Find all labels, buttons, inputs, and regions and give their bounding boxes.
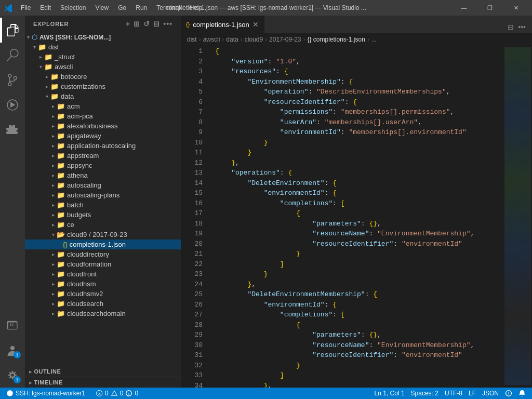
tree-item-application-autoscaling[interactable]: ▸ 📁 application-autoscaling — [25, 141, 181, 151]
tree-item-awscli[interactable]: ▾ 📁 awscli — [25, 62, 181, 72]
tree-label-acm-pca: acm-pca — [67, 112, 93, 120]
spaces-status[interactable]: Spaces: 2 — [409, 390, 441, 397]
errors-count: 0 — [105, 390, 109, 397]
extensions-activity-icon[interactable] — [0, 117, 25, 142]
tree-item-cloudfront[interactable]: ▸ 📁 cloudfront — [25, 269, 181, 279]
tree-item-apigateway[interactable]: ▸ 📁 apigateway — [25, 131, 181, 141]
tree-item-alexaforbusiness[interactable]: ▸ 📁 alexaforbusiness — [25, 121, 181, 131]
tree-item-dist[interactable]: ▾ 📁 dist — [25, 42, 181, 52]
code-line-9: "environmentId": "memberships[].environm… — [207, 127, 503, 138]
more-tabs-icon[interactable]: ••• — [516, 21, 528, 33]
collapse-icon[interactable]: ⊟ — [153, 20, 160, 28]
tree-item-struct[interactable]: ▸ 📁 _struct — [25, 52, 181, 62]
vscode-icon — [4, 4, 12, 12]
tree-label-batch: batch — [67, 201, 84, 209]
position-status[interactable]: Ln 1, Col 1 — [373, 390, 407, 397]
breadcrumb-awscli[interactable]: awscli — [203, 36, 220, 43]
breadcrumb-dist[interactable]: dist — [187, 36, 197, 43]
restore-button[interactable]: ❐ — [478, 0, 502, 16]
breadcrumb-date[interactable]: 2017-09-23 — [269, 36, 301, 43]
code-editor: 12345 678910 1112131415 1617181920 21222… — [181, 45, 532, 388]
line-ending-text: LF — [469, 390, 476, 397]
new-folder-icon[interactable]: ⊞ — [134, 20, 140, 28]
breadcrumb-cloud9[interactable]: cloud9 — [245, 36, 263, 43]
split-editor-icon[interactable]: ⊟ — [506, 21, 516, 33]
code-line-6: "resourceIdentifier": { — [207, 97, 503, 108]
tree-item-acm[interactable]: ▸ 📁 acm — [25, 101, 181, 111]
breadcrumb-sep-5: › — [303, 36, 305, 43]
tree-item-cloud9[interactable]: ▾ 📂 cloud9 / 2017-09-23 — [25, 230, 181, 240]
code-content[interactable]: { "version": "1.0", "resources": { "Envi… — [207, 45, 503, 388]
code-line-23: } — [207, 269, 503, 280]
tree-label-completions-json: completions-1.json — [70, 241, 126, 248]
tab-filename: completions-1.json — [193, 21, 249, 29]
breadcrumb-filename[interactable]: {} completions-1.json — [307, 36, 365, 43]
tree-item-autoscaling-plans[interactable]: ▸ 📁 autoscaling-plans — [25, 190, 181, 200]
language-status[interactable]: JSON — [480, 390, 501, 397]
code-line-2: "version": "1.0", — [207, 57, 503, 67]
breadcrumb-sep-3: › — [241, 36, 243, 43]
breadcrumb: dist › awscli › data › cloud9 › 2017-09-… — [181, 34, 532, 45]
tree-item-customizations[interactable]: ▸ 📁 customizations — [25, 82, 181, 91]
timeline-section: ▸ TIMELINE — [25, 377, 181, 388]
outline-header[interactable]: ▸ OUTLINE — [25, 366, 181, 377]
tree-item-clouddirectory[interactable]: ▸ 📁 clouddirectory — [25, 249, 181, 259]
tree-item-ce[interactable]: ▸ 📁 ce — [25, 220, 181, 230]
remote-activity-icon[interactable] — [0, 313, 25, 338]
tree-item-budgets[interactable]: ▸ 📁 budgets — [25, 210, 181, 220]
code-line-14: "DeleteEnvironment": { — [207, 178, 503, 189]
tree-item-appstream[interactable]: ▸ 📁 appstream — [25, 151, 181, 161]
code-line-16: "completions": [ — [207, 198, 503, 209]
tree-item-cloudsearch[interactable]: ▸ 📁 cloudsearch — [25, 299, 181, 309]
tree-item-data[interactable]: ▾ 📁 data — [25, 91, 181, 101]
code-line-18: "parameters": {}, — [207, 219, 503, 229]
timeline-header[interactable]: ▸ TIMELINE — [25, 377, 181, 388]
errors-status[interactable]: ✕ 0 0 i 0 — [94, 390, 140, 397]
menu-go[interactable]: Go — [114, 3, 130, 12]
tree-item-batch[interactable]: ▸ 📁 batch — [25, 200, 181, 210]
close-button[interactable]: ✕ — [504, 0, 528, 16]
titlebar: File Edit Selection View Go Run Terminal… — [0, 0, 532, 16]
explorer-activity-icon[interactable] — [0, 18, 25, 43]
tree-item-completions-json[interactable]: ▸ {} completions-1.json — [25, 240, 181, 249]
tree-label-alexaforbusiness: alexaforbusiness — [67, 122, 118, 130]
tree-item-botocore[interactable]: ▸ 📁 botocore — [25, 72, 181, 82]
menu-edit[interactable]: Edit — [36, 3, 55, 12]
tree-item-appsync[interactable]: ▸ 📁 appsync — [25, 161, 181, 170]
feedback-icon-item[interactable] — [503, 390, 514, 397]
remote-status[interactable]: SSH: lgs-nomad-worker1 — [4, 390, 87, 397]
menu-run[interactable]: Run — [131, 3, 151, 12]
tree-item-cloudhsmv2[interactable]: ▸ 📁 cloudhsmv2 — [25, 289, 181, 299]
accounts-activity-icon[interactable]: 1 — [0, 338, 25, 363]
minimize-button[interactable]: — — [452, 0, 476, 16]
editor-tab-completions[interactable]: {} completions-1.json ✕ — [181, 16, 264, 33]
more-actions-icon[interactable]: ••• — [163, 20, 172, 28]
tree-label-dist: dist — [48, 43, 59, 51]
remote-status-text: SSH: lgs-nomad-worker1 — [16, 390, 85, 397]
menu-file[interactable]: File — [17, 3, 35, 12]
line-ending-status[interactable]: LF — [467, 390, 478, 397]
tree-root[interactable]: ▾ ⬡ AWS [SSH: LGS-NOM...] — [25, 32, 181, 42]
tree-item-cloudsearchdomain[interactable]: ▸ 📁 cloudsearchdomain — [25, 309, 181, 318]
run-activity-icon[interactable] — [0, 92, 25, 117]
breadcrumb-data[interactable]: data — [226, 36, 238, 43]
notifications-item[interactable] — [516, 390, 528, 397]
menu-view[interactable]: View — [91, 3, 113, 12]
sidebar-header: EXPLORER + ⊞ ↺ ⊟ ••• — [25, 16, 181, 32]
search-activity-icon[interactable] — [0, 43, 25, 68]
breadcrumb-more[interactable]: ... — [371, 36, 377, 43]
svg-text:✕: ✕ — [98, 392, 101, 396]
menu-selection[interactable]: Selection — [56, 3, 90, 12]
tree-item-cloudformation[interactable]: ▸ 📁 cloudformation — [25, 259, 181, 269]
settings-activity-icon[interactable]: 1 — [0, 363, 25, 388]
encoding-status[interactable]: UTF-8 — [443, 390, 464, 397]
refresh-icon[interactable]: ↺ — [143, 20, 150, 28]
tab-close-button[interactable]: ✕ — [252, 20, 259, 29]
tree-item-autoscaling[interactable]: ▸ 📁 autoscaling — [25, 180, 181, 190]
tree-item-athena[interactable]: ▸ 📁 athena — [25, 170, 181, 180]
status-right: Ln 1, Col 1 Spaces: 2 UTF-8 LF JSON — [373, 390, 528, 397]
tree-item-cloudhsm[interactable]: ▸ 📁 cloudhsm — [25, 279, 181, 289]
tree-item-acm-pca[interactable]: ▸ 📁 acm-pca — [25, 111, 181, 121]
source-control-activity-icon[interactable] — [0, 68, 25, 92]
new-file-icon[interactable]: + — [126, 20, 130, 28]
